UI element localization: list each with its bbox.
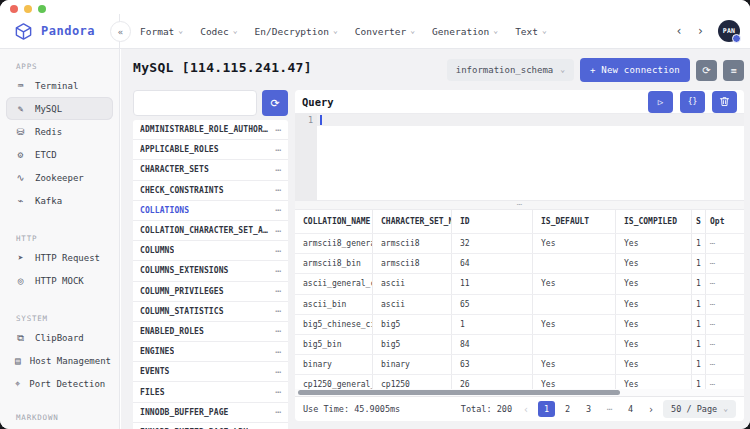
row-menu-icon[interactable]: ⋯ — [272, 145, 281, 155]
sidebar-item-port-detection[interactable]: ⌖Port Detection — [6, 372, 113, 395]
row-menu-icon[interactable]: ⋯ — [272, 266, 281, 276]
nav-forward-button[interactable]: › — [697, 24, 704, 38]
collapse-icon: « — [118, 27, 123, 37]
table-list-item[interactable]: ENGINES⋯ — [133, 342, 288, 362]
table-cell: ascii — [373, 295, 452, 314]
editor-resize-handle[interactable]: ⋯ — [295, 200, 744, 210]
horizontal-scrollbar — [295, 389, 744, 396]
table-list-item[interactable]: FILES⋯ — [133, 382, 288, 402]
row-menu-icon[interactable]: ⋯ — [706, 355, 744, 374]
menu-item-codec[interactable]: Codec⌄ — [200, 26, 237, 37]
format-query-button[interactable]: {} — [680, 91, 705, 113]
minimize-window-button[interactable] — [24, 5, 32, 13]
row-menu-icon[interactable]: ⋯ — [706, 335, 744, 354]
row-menu-icon[interactable]: ⋯ — [272, 407, 281, 417]
pagination-page-button[interactable]: 2 — [559, 401, 576, 417]
row-menu-icon[interactable]: ⋯ — [272, 347, 281, 357]
row-menu-icon[interactable]: ⋯ — [272, 205, 281, 215]
table-list-item[interactable]: COLLATION_CHARACTER_SET_APPLICABILITY⋯ — [133, 221, 288, 241]
query-editor[interactable]: 1 — [295, 113, 744, 200]
sidebar-item-kafka[interactable]: ⌁Kafka — [6, 189, 113, 212]
table-row[interactable]: big5_chinese_cibig51YesYes1⋯ — [295, 315, 744, 335]
row-menu-icon[interactable]: ⋯ — [706, 274, 744, 293]
nav-back-button[interactable]: ‹ — [676, 24, 683, 38]
table-row[interactable]: armscii8_binarmscii864Yes1⋯ — [295, 254, 744, 274]
table-list-item[interactable]: ADMINISTRABLE_ROLE_AUTHORIZATIONS⋯ — [133, 120, 288, 140]
pagination-page-button[interactable]: 4 — [622, 401, 639, 417]
horizontal-scrollbar-thumb[interactable] — [298, 390, 620, 395]
row-menu-icon[interactable]: ⋯ — [272, 387, 281, 397]
pagination-prev-button[interactable]: ‹ — [521, 404, 531, 415]
sidebar-item-terminal[interactable]: ⌨Terminal — [6, 74, 113, 97]
table-cell: Yes — [616, 274, 692, 293]
table-list-item[interactable]: COLUMNS⋯ — [133, 241, 288, 261]
table-row[interactable]: ascii_general_ciascii11YesYes1⋯ — [295, 274, 744, 294]
table-list-item[interactable]: COLLATIONS⋯ — [133, 201, 288, 221]
menu-item-text[interactable]: Text⌄ — [515, 26, 547, 37]
table-cell: Yes — [616, 234, 692, 253]
table-list-item[interactable]: COLUMN_STATISTICS⋯ — [133, 302, 288, 322]
sidebar-item-zookeeper[interactable]: ∿Zookeeper — [6, 166, 113, 189]
avatar-status-badge — [732, 34, 741, 43]
sidebar-item-http-request[interactable]: ➤HTTP Request — [6, 246, 113, 269]
new-connection-button[interactable]: + New connection — [580, 58, 690, 82]
row-menu-icon[interactable]: ⋯ — [272, 246, 281, 256]
schema-select[interactable]: information_schema ⌄ — [447, 59, 574, 81]
pagination-next-button[interactable]: › — [646, 404, 656, 415]
row-menu-icon[interactable]: ⋯ — [706, 254, 744, 273]
table-list-item[interactable]: COLUMN_PRIVILEGES⋯ — [133, 282, 288, 302]
menu-item-generation[interactable]: Generation⌄ — [432, 26, 498, 37]
clear-query-button[interactable] — [712, 91, 737, 113]
row-menu-icon[interactable]: ⋯ — [706, 295, 744, 314]
table-list-item[interactable]: EVENTS⋯ — [133, 362, 288, 382]
row-menu-icon[interactable]: ⋯ — [272, 367, 281, 377]
table-list-item[interactable]: ENABLED_ROLES⋯ — [133, 322, 288, 342]
user-avatar[interactable]: PAN — [718, 20, 740, 42]
sidebar-item-mysql[interactable]: ✎MySQL — [6, 97, 113, 120]
table-row[interactable]: armscii8_general_ciarmscii832YesYes1⋯ — [295, 234, 744, 254]
row-menu-icon[interactable]: ⋯ — [272, 326, 281, 336]
sidebar-item-redis[interactable]: ⛁Redis — [6, 120, 113, 143]
sidebar-item-http-mock[interactable]: ◎HTTP MOCK — [6, 269, 113, 292]
sidebar-item-host-management[interactable]: ▤Host Management — [6, 349, 113, 372]
row-menu-icon[interactable]: ⋯ — [272, 226, 281, 236]
chevron-down-icon: ⌄ — [333, 27, 338, 35]
table-list-item[interactable]: INNODB_BUFFER_PAGE_LRU⋯ — [133, 423, 288, 429]
refresh-button[interactable]: ⟳ — [696, 60, 717, 81]
row-menu-icon[interactable]: ⋯ — [706, 234, 744, 253]
page-size-select[interactable]: 50 / Page ⌄ — [663, 400, 736, 418]
row-menu-icon[interactable]: ⋯ — [272, 286, 281, 296]
menu-item-format[interactable]: Format⌄ — [140, 26, 183, 37]
row-menu-icon[interactable]: ⋯ — [706, 315, 744, 334]
table-row[interactable]: ascii_binascii65Yes1⋯ — [295, 295, 744, 315]
table-list-item[interactable]: INNODB_BUFFER_PAGE⋯ — [133, 403, 288, 423]
connection-list-button[interactable]: ≡ — [723, 60, 744, 81]
table-row[interactable]: binarybinary63YesYes1⋯ — [295, 355, 744, 375]
table-cell: 1 — [692, 254, 706, 273]
row-menu-icon[interactable]: ⋯ — [272, 165, 281, 175]
table-list-item[interactable]: APPLICABLE_ROLES⋯ — [133, 140, 288, 160]
row-menu-icon[interactable]: ⋯ — [272, 306, 281, 316]
pagination-page-button[interactable]: 1 — [538, 401, 555, 417]
maximize-window-button[interactable] — [38, 5, 46, 13]
pagination-page-button[interactable]: 3 — [580, 401, 597, 417]
table-list-item[interactable]: CHARACTER_SETS⋯ — [133, 160, 288, 180]
menu-item-converter[interactable]: Converter⌄ — [355, 26, 415, 37]
table-search-input[interactable] — [133, 90, 257, 116]
close-window-button[interactable] — [10, 5, 18, 13]
run-query-button[interactable]: ▷ — [648, 91, 673, 113]
table-list-refresh-button[interactable]: ⟳ — [262, 90, 288, 116]
sidebar-item-etcd[interactable]: ⚙ETCD — [6, 143, 113, 166]
sidebar-collapse-button[interactable]: « — [110, 21, 131, 42]
table-list-item[interactable]: COLUMNS_EXTENSIONS⋯ — [133, 261, 288, 281]
table-row[interactable]: big5_binbig584Yes1⋯ — [295, 335, 744, 355]
column-header: IS_COMPILED — [616, 210, 692, 233]
table-list-item[interactable]: CHECK_CONSTRAINTS⋯ — [133, 181, 288, 201]
sidebar-item-label: Host Management — [30, 356, 111, 366]
row-menu-icon[interactable]: ⋯ — [272, 125, 281, 135]
table-cell: 1 — [692, 295, 706, 314]
sidebar-item-clipboard[interactable]: ⧉ClipBoard — [6, 326, 113, 349]
row-menu-icon[interactable]: ⋯ — [272, 185, 281, 195]
menu-item-en-decryption[interactable]: En/Decryption⌄ — [255, 26, 338, 37]
table-cell: armscii8_bin — [295, 254, 373, 273]
